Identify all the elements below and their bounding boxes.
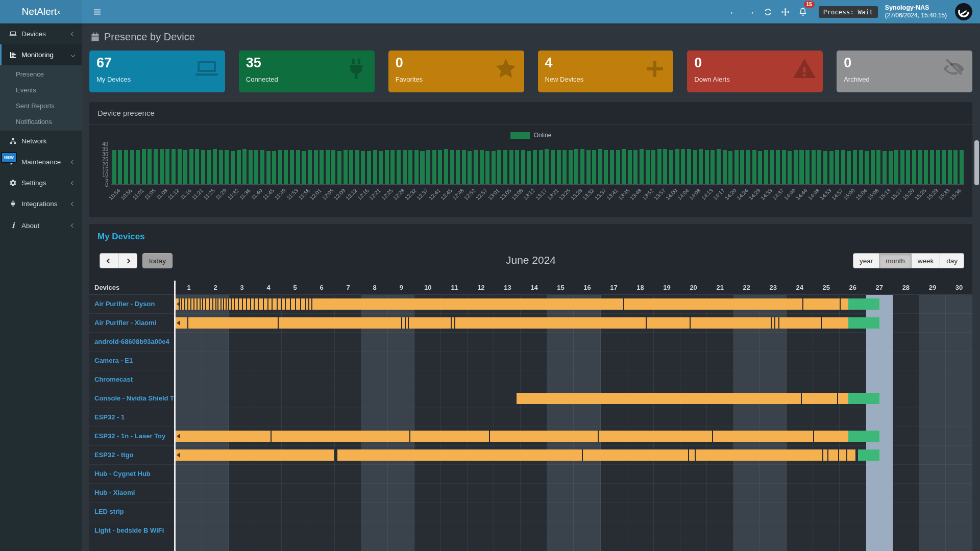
presence-segment-online-now[interactable] <box>848 317 879 329</box>
presence-bar <box>308 150 312 184</box>
view-button-year[interactable]: year <box>853 253 879 268</box>
presence-segment-online-now[interactable] <box>848 298 879 310</box>
card-my-devices[interactable]: 67 My Devices <box>89 51 225 92</box>
brand-logo[interactable]: NetAlertx <box>0 0 82 23</box>
process-status-chip[interactable]: Process: Wait <box>819 6 878 18</box>
presence-segment-history[interactable] <box>176 431 848 442</box>
card-new-devices[interactable]: 4 New Devices <box>538 51 674 92</box>
x-axis-tick-label: 12:16 <box>356 187 370 201</box>
presence-bar <box>189 149 193 184</box>
x-axis-tick-label: 14:48 <box>806 187 820 201</box>
presence-bar <box>278 150 282 184</box>
device-name-link[interactable]: Air Purifier - Xiaomi <box>89 314 174 333</box>
presence-segment-online-now[interactable] <box>848 431 879 442</box>
sidebar-item-monitoring[interactable]: Monitoring <box>0 44 82 65</box>
gantt-grid <box>176 295 972 551</box>
day-header-cell: 21 <box>707 284 733 291</box>
presence-bar <box>130 150 134 184</box>
gantt-row <box>176 295 972 314</box>
nav-forward-button[interactable]: → <box>743 4 758 19</box>
info-icon: i <box>9 221 17 230</box>
continues-before-marker <box>177 453 180 458</box>
device-name-link[interactable]: ESP32 - 1 <box>89 408 174 427</box>
offline-gap-tick <box>778 317 779 329</box>
presence-bar <box>598 149 602 184</box>
presence-segment-history[interactable] <box>176 298 848 310</box>
x-axis-tick-label: 14:33 <box>759 187 773 201</box>
presence-segment-history[interactable] <box>176 317 848 329</box>
arrow-right-icon: → <box>746 7 755 17</box>
device-name-link[interactable]: ESP32 - 1n - Laser Toy <box>89 427 174 446</box>
presence-bar <box>178 149 182 184</box>
offline-gap-tick <box>813 431 814 442</box>
sidebar-subitem-notifications[interactable]: Notifications <box>0 114 82 130</box>
offline-gap-tick <box>258 298 259 310</box>
card-archived[interactable]: 0 Archived <box>837 51 972 92</box>
sidebar-subitem-sent-reports[interactable]: Sent Reports <box>0 98 82 114</box>
refresh-button[interactable] <box>761 4 776 19</box>
offline-gap-tick <box>215 298 216 310</box>
fullscreen-move-button[interactable] <box>778 4 793 19</box>
device-name-link[interactable]: Camera - E1 <box>89 352 174 370</box>
presence-segment-online-now[interactable] <box>858 449 879 461</box>
offline-gap-tick <box>846 449 847 461</box>
offline-gap-tick <box>263 298 264 310</box>
sidebar-item-settings[interactable]: Settings <box>0 172 82 193</box>
notifications-button[interactable]: 15 <box>795 4 811 19</box>
presence-bar <box>616 150 620 184</box>
card-connected[interactable]: 35 Connected <box>239 51 375 92</box>
view-button-week[interactable]: week <box>912 253 941 268</box>
day-header-cell: 22 <box>733 284 760 291</box>
x-axis-tick-label: 13:48 <box>629 187 643 201</box>
device-name-link[interactable]: ESP32 - ttgo <box>89 446 174 465</box>
card-favorites[interactable]: 0 Favorites <box>388 51 524 92</box>
device-name-link[interactable]: LED strip <box>89 503 174 521</box>
presence-bar <box>296 150 300 184</box>
offline-gap-tick <box>311 298 312 310</box>
device-name-link[interactable]: Chromecast <box>89 370 174 389</box>
my-devices-panel: My Devices today June 2024 yearmonthweek… <box>89 224 972 551</box>
device-name-link[interactable]: Air Purifier - Dyson <box>89 295 174 314</box>
offline-gap-tick <box>223 298 224 310</box>
offline-gap-tick <box>238 298 239 310</box>
device-name-link[interactable]: Light - bedside B WiFi <box>89 521 174 540</box>
presence-segment-history[interactable] <box>176 449 334 461</box>
offline-gap-tick <box>646 317 647 329</box>
sidebar-toggle-button[interactable] <box>89 4 105 19</box>
view-button-month[interactable]: month <box>879 253 912 268</box>
presence-bar <box>266 151 271 184</box>
presence-bar <box>936 150 940 184</box>
x-axis-tick-label: 11:25 <box>203 187 216 201</box>
device-name-link[interactable]: Console - Nvidia Shield T <box>89 389 174 408</box>
avatar[interactable] <box>955 3 972 20</box>
sidebar-item-devices[interactable]: Devices <box>0 23 82 44</box>
sidebar-subitem-presence[interactable]: Presence <box>0 66 82 82</box>
sidebar-item-integrations[interactable]: Integrations <box>0 193 82 214</box>
arrow-left-icon: ← <box>729 7 738 17</box>
sidebar-item-about[interactable]: i About <box>0 214 82 237</box>
presence-bar <box>622 149 626 184</box>
offline-gap-tick <box>401 317 402 329</box>
presence-segment-history[interactable] <box>337 449 855 461</box>
sidebar-subitem-events[interactable]: Events <box>0 82 82 98</box>
x-axis-tick-label: 11:49 <box>274 187 287 201</box>
gantt-row <box>176 465 972 484</box>
star-icon <box>494 57 518 81</box>
x-axis-tick-label: 13:08 <box>510 187 524 201</box>
device-name-link[interactable]: Hub - Cygnet Hub <box>89 465 174 484</box>
presence-segment-online-now[interactable] <box>848 393 879 404</box>
nav-back-button[interactable]: ← <box>726 4 741 19</box>
device-name-link[interactable]: Hub - Xiaomi <box>89 484 174 503</box>
view-button-day[interactable]: day <box>940 253 964 268</box>
sidebar-item-network[interactable]: Network <box>0 131 82 152</box>
x-axis-tick-label: 14:17 <box>712 187 726 201</box>
presence-segment-history[interactable] <box>517 393 848 404</box>
notification-count-badge: 15 <box>804 1 815 8</box>
presence-bar <box>207 150 211 184</box>
x-axis-tick-label: 15:04 <box>854 187 868 201</box>
presence-bar <box>331 150 335 184</box>
page-scrollbar-thumb[interactable] <box>974 140 979 185</box>
card-down-alerts[interactable]: 0 Down Alerts <box>687 51 823 92</box>
netalertx-logo-icon <box>957 5 970 18</box>
device-name-link[interactable]: android-68608b93a00e4 <box>89 333 174 352</box>
